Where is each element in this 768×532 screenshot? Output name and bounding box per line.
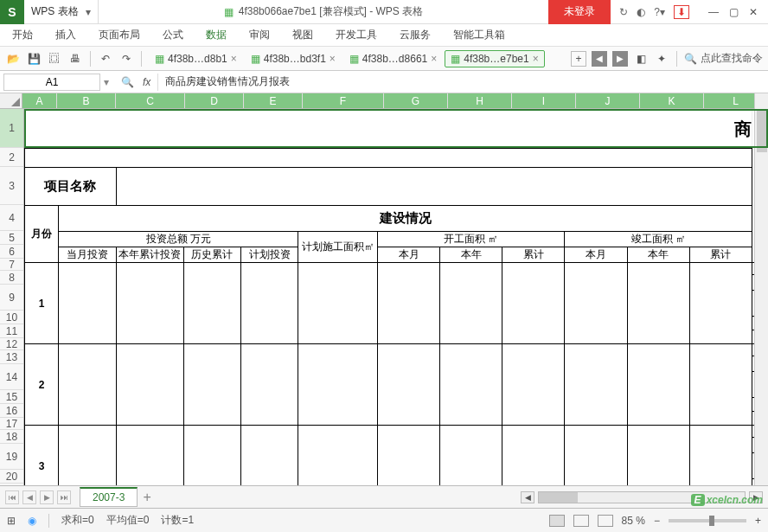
row-header[interactable]: 2 — [0, 148, 23, 167]
menu-devtools[interactable]: 开发工具 — [336, 28, 377, 42]
sheet-tab[interactable]: 2007-3 — [80, 487, 138, 507]
row-header[interactable]: 12 — [0, 338, 23, 350]
row-header[interactable]: 19 — [0, 444, 23, 470]
print-icon[interactable]: 🖶 — [67, 51, 83, 67]
sub-header[interactable]: 本年累计投资 — [116, 247, 183, 263]
row-header[interactable]: 13 — [0, 350, 23, 364]
login-button[interactable]: 未登录 — [548, 0, 611, 24]
window-icon[interactable]: ◧ — [633, 51, 649, 67]
close-tab-icon[interactable]: × — [231, 53, 237, 65]
sub-header[interactable]: 本年 — [440, 247, 502, 263]
sub-header[interactable]: 本年 — [627, 247, 689, 263]
col-header[interactable]: H — [448, 93, 512, 108]
file-tab[interactable]: ▦4f38b…d8b1× — [149, 50, 243, 67]
row-header[interactable]: 18 — [0, 430, 23, 444]
minimize-button[interactable]: ― — [708, 6, 719, 18]
sub-header[interactable]: 本月 — [377, 247, 439, 263]
tab-prev-button[interactable]: ◀ — [592, 51, 607, 67]
col-header[interactable]: E — [244, 93, 303, 108]
reading-mode-icon[interactable]: ⊞ — [7, 515, 16, 527]
sub-header[interactable]: 累计 — [689, 247, 752, 263]
col-header[interactable]: F — [303, 93, 384, 108]
save-icon[interactable]: 💾 — [26, 51, 42, 67]
fx-search-icon[interactable]: 🔍 — [121, 76, 134, 88]
sheet-first-button[interactable]: ⏮ — [5, 490, 19, 504]
menu-cloud[interactable]: 云服务 — [400, 28, 431, 42]
row-header[interactable]: 7 — [0, 259, 23, 271]
cellref-dropdown-icon[interactable]: ▾ — [104, 76, 114, 88]
file-tab[interactable]: ▦4f38b…d8661× — [343, 50, 443, 67]
row-header[interactable]: 8 — [0, 271, 23, 285]
row-header[interactable]: 11 — [0, 324, 23, 338]
formula-input[interactable]: 商品房建设销售情况月报表 — [157, 74, 768, 91]
close-tab-icon[interactable]: × — [533, 53, 539, 65]
close-tab-icon[interactable]: × — [431, 53, 437, 65]
col-header[interactable]: B — [57, 93, 116, 108]
sub-header[interactable]: 历史累计 — [183, 247, 240, 263]
zoom-in-button[interactable]: + — [755, 515, 761, 527]
fx-icon[interactable]: fx — [143, 76, 150, 88]
row-header[interactable]: 6 — [0, 245, 23, 259]
sheet-next-button[interactable]: ▶ — [40, 490, 54, 504]
zoom-level[interactable]: 85 % — [622, 515, 645, 527]
scroll-thumb[interactable] — [757, 109, 767, 152]
search-command[interactable]: 🔍 点此查找命令 — [684, 51, 763, 66]
row-header[interactable]: 17 — [0, 418, 23, 430]
zoom-slider[interactable] — [669, 519, 746, 522]
add-sheet-button[interactable]: + — [143, 490, 150, 505]
view-normal-button[interactable] — [549, 515, 565, 527]
help-dropdown[interactable]: ?▾ — [654, 6, 665, 18]
cells-area[interactable]: 商 项目名称 月份建设情况牛 投资总额 万元 计划施工面积㎡ 开工面积 ㎡ 竣工… — [24, 109, 768, 485]
zoom-out-button[interactable]: − — [654, 515, 660, 527]
sync-icon[interactable]: ↻ — [619, 6, 628, 18]
view-pagebreak-button[interactable] — [598, 515, 613, 527]
col-header[interactable]: J — [576, 93, 640, 108]
complete-area-header[interactable]: 竣工面积 ㎡ — [565, 232, 752, 247]
row-header[interactable]: 20 — [0, 470, 23, 484]
title-cell[interactable]: 商 — [25, 110, 752, 149]
open-icon[interactable]: 📂 — [5, 51, 21, 67]
row-header[interactable]: 3 — [0, 167, 23, 205]
project-name-label[interactable]: 项目名称 — [25, 168, 117, 206]
row-header[interactable]: 10 — [0, 311, 23, 324]
plan-area-header[interactable]: 计划施工面积㎡ — [298, 232, 378, 263]
col-header[interactable]: C — [116, 93, 185, 108]
vertical-scrollbar[interactable] — [754, 93, 768, 485]
menu-pagelayout[interactable]: 页面布局 — [99, 28, 140, 42]
hscroll-left-button[interactable]: ◀ — [521, 491, 534, 503]
row-header[interactable]: 15 — [0, 390, 23, 404]
scroll-thumb[interactable] — [539, 492, 578, 503]
row-header[interactable]: 1 — [0, 109, 23, 148]
month-cell[interactable]: 1 — [25, 263, 59, 344]
invest-total-header[interactable]: 投资总额 万元 — [59, 232, 298, 247]
sheet-last-button[interactable]: ⏭ — [57, 490, 71, 504]
select-all-corner[interactable] — [0, 93, 22, 108]
month-header[interactable]: 月份 — [25, 206, 59, 263]
tab-next-button[interactable]: ▶ — [612, 51, 628, 67]
menu-view[interactable]: 视图 — [292, 28, 313, 42]
sub-header[interactable]: 累计 — [502, 247, 565, 263]
sub-header[interactable]: 本月 — [565, 247, 627, 263]
row-header[interactable]: 4 — [0, 205, 23, 231]
col-header[interactable]: A — [22, 93, 57, 108]
project-name-value[interactable] — [116, 168, 752, 206]
row-header[interactable]: 5 — [0, 231, 23, 245]
new-tab-button[interactable]: + — [571, 51, 586, 67]
table-row[interactable] — [25, 149, 752, 168]
close-button[interactable]: ✕ — [749, 6, 758, 18]
menu-formula[interactable]: 公式 — [163, 28, 183, 42]
undo-icon[interactable]: ↶ — [98, 51, 113, 67]
menu-insert[interactable]: 插入 — [55, 28, 76, 42]
menu-review[interactable]: 审阅 — [249, 28, 270, 42]
component-icon[interactable]: ✦ — [654, 51, 669, 67]
col-header[interactable]: I — [512, 93, 576, 108]
sub-header[interactable]: 当月投资 — [59, 247, 116, 263]
row-header[interactable]: 16 — [0, 404, 23, 418]
file-tab[interactable]: ▦4f38b…e7be1× — [445, 50, 544, 67]
col-header[interactable]: K — [640, 93, 704, 108]
menu-smarttools[interactable]: 智能工具箱 — [453, 28, 505, 42]
file-tab[interactable]: ▦4f38b…bd3f1× — [245, 50, 342, 67]
menu-data[interactable]: 数据 — [206, 28, 227, 42]
sheet-prev-button[interactable]: ◀ — [22, 490, 36, 504]
row-header[interactable]: 21 — [0, 484, 23, 485]
